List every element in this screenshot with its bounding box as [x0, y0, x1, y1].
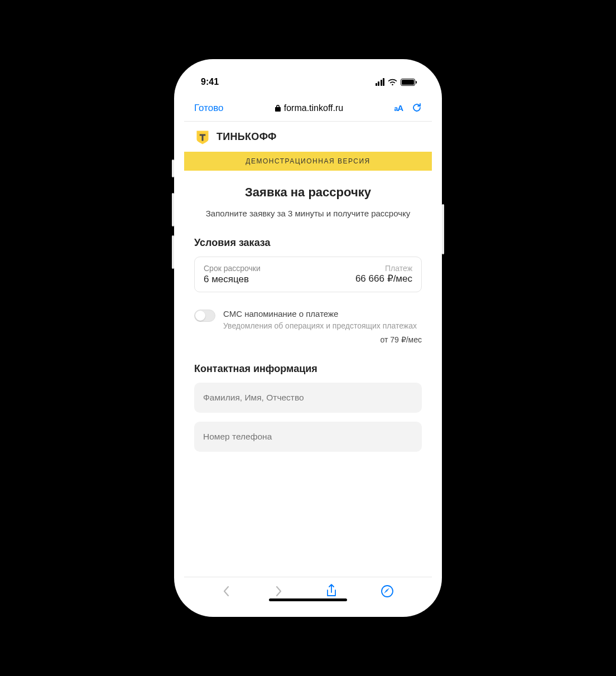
page-content: ТИНЬКОФФ ДЕМОНСТРАЦИОННАЯ ВЕРСИЯ Заявка … [184, 122, 432, 607]
battery-icon [401, 79, 415, 86]
page-title: Заявка на рассрочку [194, 185, 422, 200]
cellular-icon [376, 78, 385, 86]
status-icons [376, 78, 416, 86]
notch [255, 69, 361, 86]
mute-switch [172, 160, 174, 177]
term-label: Срок рассрочки [204, 264, 261, 273]
phone-input[interactable] [194, 422, 422, 452]
tinkoff-logo-icon [194, 128, 211, 145]
share-button[interactable] [325, 584, 338, 598]
url-display[interactable]: forma.tinkoff.ru [275, 103, 343, 113]
brand-name: ТИНЬКОФФ [216, 131, 277, 143]
fullname-input[interactable] [194, 383, 422, 413]
sms-title: СМС напоминание о платеже [223, 309, 422, 318]
reload-icon[interactable] [412, 103, 422, 114]
sms-reminder-row: СМС напоминание о платеже Уведомления об… [194, 309, 422, 345]
browser-toolbar [184, 577, 432, 607]
safari-icon[interactable] [381, 585, 394, 598]
volume-up-button [172, 193, 174, 226]
phone-frame: 9:41 Готово forma.tinkoff.ru aA [174, 59, 442, 617]
url-text: forma.tinkoff.ru [284, 103, 343, 113]
term-value: 6 месяцев [204, 274, 261, 285]
lock-icon [275, 104, 281, 112]
done-button[interactable]: Готово [194, 103, 224, 114]
sms-description: Уведомления об операциях и предстоящих п… [223, 321, 422, 331]
volume-down-button [172, 235, 174, 269]
back-button[interactable] [222, 585, 231, 598]
page-subtitle: Заполните заявку за 3 минуты и получите … [194, 207, 422, 220]
contact-header: Контактная информация [194, 363, 422, 375]
terms-header: Условия заказа [194, 237, 422, 249]
forward-button[interactable] [274, 585, 283, 598]
demo-banner: ДЕМОНСТРАЦИОННАЯ ВЕРСИЯ [184, 152, 432, 171]
browser-address-bar: Готово forma.tinkoff.ru aA [184, 95, 432, 122]
status-time: 9:41 [201, 77, 219, 87]
text-size-button[interactable]: aA [394, 103, 403, 113]
sms-price: от 79 ₽/мес [223, 335, 422, 344]
home-indicator[interactable] [269, 598, 347, 601]
sms-toggle[interactable] [194, 310, 215, 322]
payment-value: 66 666 ₽/мес [355, 273, 412, 284]
wifi-icon [388, 79, 397, 86]
installment-term-card[interactable]: Срок рассрочки 6 месяцев Платеж 66 666 ₽… [194, 257, 422, 292]
power-button [442, 204, 444, 254]
brand-header: ТИНЬКОФФ [184, 122, 432, 152]
screen: 9:41 Готово forma.tinkoff.ru aA [184, 69, 432, 607]
form-content: Заявка на рассрочку Заполните заявку за … [184, 171, 432, 577]
payment-label: Платеж [355, 264, 412, 273]
